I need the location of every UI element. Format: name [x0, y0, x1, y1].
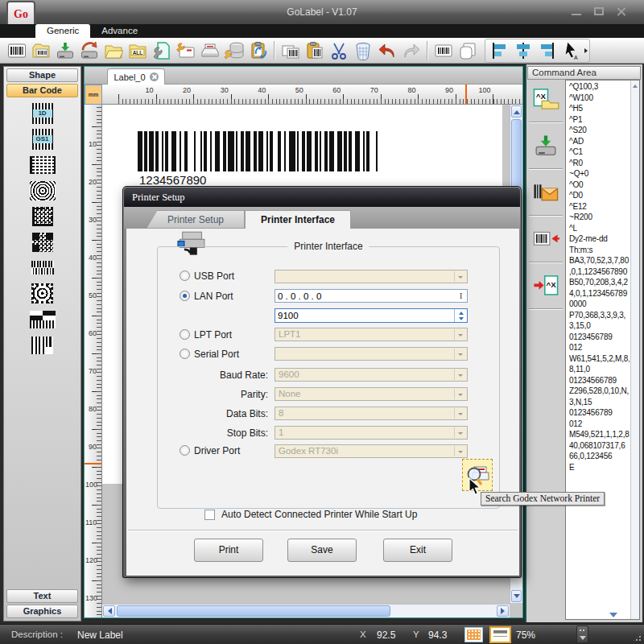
usb-port-combo[interactable] — [275, 270, 468, 283]
vertical-ruler: 102030405060708090100110120130 — [85, 105, 102, 617]
database-setup-button[interactable] — [222, 39, 246, 62]
description-label: Description : — [11, 630, 63, 639]
copy-button[interactable] — [279, 39, 303, 62]
baud-rate-combo[interactable]: 9600 — [275, 368, 468, 382]
barcode-qr-tool[interactable] — [28, 231, 57, 253]
horizontal-scrollbar[interactable] — [102, 604, 510, 617]
sidebar-shape-button[interactable]: Shape — [6, 68, 78, 82]
barcode-datamatrix-tool[interactable] — [28, 205, 57, 227]
barcode-gs1-tool[interactable]: GS1 — [28, 128, 57, 150]
sidebar-graphics-button[interactable]: Graphics — [6, 605, 78, 618]
grid-toggle-button[interactable] — [464, 627, 483, 642]
dialog-tab-printer-setup[interactable]: Printer Setup — [147, 210, 245, 229]
print-button[interactable]: Print — [194, 539, 263, 562]
save-button[interactable]: Save — [287, 539, 357, 562]
horizontal-ruler: 102030405060708090100 — [102, 85, 522, 105]
insert-blank-button[interactable] — [456, 39, 480, 62]
tab-close-icon[interactable] — [150, 72, 159, 81]
maximize-button[interactable] — [591, 6, 607, 18]
sidebar-barcode-button[interactable]: Bar Code — [6, 84, 78, 97]
label-setup-button[interactable] — [174, 39, 198, 62]
driver-port-combo[interactable]: Godex RT730i — [275, 444, 468, 458]
save-command-button[interactable] — [530, 129, 562, 163]
tab-generic[interactable]: Generic — [35, 24, 90, 38]
lpt-port-combo[interactable]: LPT1 — [275, 328, 468, 341]
export-command-button[interactable]: ^X — [530, 269, 562, 303]
tab-advance[interactable]: Advance — [90, 24, 149, 38]
undo-button[interactable] — [375, 39, 399, 62]
command-scroll-up-icon[interactable] — [631, 80, 639, 90]
insert-barcode-button[interactable] — [431, 39, 456, 62]
cut-button[interactable] — [327, 39, 351, 62]
barcode-ean-tool[interactable] — [28, 334, 57, 356]
delete-button[interactable] — [351, 39, 375, 62]
new-label-button[interactable] — [5, 39, 29, 62]
zoom-mini-scroll[interactable] — [576, 625, 588, 643]
view-mode-button[interactable] — [489, 626, 511, 643]
align-left-button[interactable] — [487, 39, 511, 62]
barcode-composite-tool[interactable] — [28, 308, 57, 330]
barcode-composite-icon — [30, 311, 56, 328]
v-ruler-number: 80 — [85, 405, 97, 413]
pointer-tool-button[interactable]: A — [559, 39, 584, 62]
barcode-aztec-tool[interactable] — [28, 283, 57, 304]
toolbar-flyout-arrow-icon[interactable] — [584, 48, 588, 53]
driver-port-radio[interactable] — [180, 445, 190, 456]
page-setup-button[interactable] — [150, 39, 174, 62]
parity-combo[interactable]: None — [275, 387, 468, 401]
redo-button[interactable] — [399, 39, 423, 62]
save-label-button[interactable] — [53, 39, 77, 62]
ruler-unit-box[interactable]: mm — [85, 85, 102, 105]
scroll-right-button[interactable] — [497, 605, 509, 617]
scroll-left-button[interactable] — [103, 605, 115, 617]
spinner-buttons[interactable] — [454, 309, 467, 322]
send-command-button[interactable] — [530, 175, 562, 209]
barcode-object[interactable] — [138, 131, 382, 171]
data-bits-combo[interactable]: 8 — [275, 407, 468, 420]
h-ruler-number: 20 — [171, 86, 191, 94]
stop-bits-combo[interactable]: 1 — [275, 426, 468, 440]
paste-button[interactable] — [303, 39, 327, 62]
barcode-maxicode-icon — [30, 181, 56, 200]
open-folder-button[interactable] — [101, 39, 126, 62]
open-command-file-button[interactable]: ^X — [530, 82, 562, 116]
printer-setup-button[interactable] — [198, 39, 222, 62]
barcode-maxicode-tool[interactable] — [28, 180, 57, 201]
lan-port-radio[interactable] — [180, 291, 190, 301]
auto-detect-checkbox[interactable] — [204, 510, 215, 520]
serial-port-combo[interactable] — [275, 347, 468, 361]
printer-interface-panel: Printer Interface USB Port LAN Port I LP… — [126, 229, 519, 576]
lpt-port-radio[interactable] — [180, 329, 190, 340]
y-coordinate-value: 94.3 — [428, 630, 447, 641]
dialog-titlebar[interactable]: Printer Setup — [124, 188, 520, 207]
combo-arrow-icon — [454, 349, 466, 359]
align-center-button[interactable] — [511, 39, 535, 62]
command-list-scrollbar[interactable] — [630, 80, 639, 619]
align-right-button[interactable] — [535, 39, 559, 62]
lan-ip-input[interactable] — [275, 290, 455, 302]
lan-port-input[interactable] — [275, 309, 454, 322]
minimize-button[interactable] — [568, 6, 584, 18]
barcode-pdf417-tool[interactable] — [28, 154, 57, 175]
scroll-down-button[interactable] — [511, 590, 522, 602]
clipboard-transfer-button[interactable] — [246, 39, 270, 62]
close-button[interactable] — [613, 6, 630, 18]
serial-port-radio[interactable] — [180, 349, 190, 359]
barcode-rss-tool[interactable] — [28, 257, 57, 279]
scroll-up-button[interactable] — [511, 105, 522, 118]
horizontal-scroll-thumb[interactable] — [117, 605, 390, 617]
command-bottom-dropdown-icon[interactable] — [609, 613, 617, 621]
usb-port-radio[interactable] — [180, 270, 190, 281]
document-tab-label0[interactable]: Label_0 — [107, 68, 165, 85]
align-left-icon — [489, 41, 509, 60]
resize-grip[interactable] — [632, 632, 642, 642]
import-label-button[interactable] — [77, 39, 101, 62]
command-list[interactable]: ^Q100,3^W100^H5^P1^S20^AD^C1^R0~Q+0^O0^D… — [565, 80, 640, 620]
exit-button[interactable]: Exit — [383, 539, 452, 562]
open-all-button[interactable]: ALL — [126, 39, 150, 62]
command-to-label-button[interactable] — [530, 222, 562, 256]
sidebar-text-button[interactable]: Text — [6, 589, 78, 603]
barcode-1d-tool[interactable]: 1D — [28, 102, 57, 124]
open-label-button[interactable] — [29, 39, 53, 62]
dialog-tab-printer-interface[interactable]: Printer Interface — [245, 210, 351, 229]
